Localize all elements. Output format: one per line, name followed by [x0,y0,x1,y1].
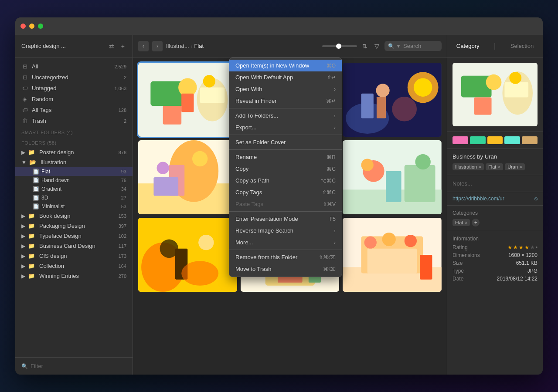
swatch-tan[interactable] [522,136,538,144]
ctx-paste-tags: Paste Tags ⇧⌘V [229,198,342,210]
untagged-label: Untagged [32,85,111,91]
sidebar-item-random[interactable]: ◈ Random [15,94,133,105]
tab-selection[interactable]: Selection [507,41,537,51]
sidebar-item-untagged[interactable]: 🏷 Untagged 1,063 [15,83,133,94]
folder-book-design[interactable]: ▶ 📁 Book design 153 [15,211,133,221]
tag-flat[interactable]: Flat × [486,163,503,170]
star-1: ★ [507,244,512,250]
sidebar-item-uncategorized[interactable]: ⊡ Uncategorized 2 [15,72,133,83]
swatch-green[interactable] [470,136,486,144]
subfolder-gradient[interactable]: 📄 Gradient 34 [15,185,133,193]
ctx-reverse-search[interactable]: Reverse Image Search › [229,225,342,237]
sidebar-add-icon[interactable]: + [119,42,126,51]
trash-count: 2 [124,118,126,124]
ctx-presentation[interactable]: Enter Presentation Mode F5 [229,213,342,225]
svg-rect-20 [361,94,374,118]
image-cell-4[interactable] [138,140,237,214]
sort-button[interactable]: ⇅ [361,41,369,51]
sidebar-item-trash[interactable]: 🗑 Trash 2 [15,115,133,126]
add-category-button[interactable]: + [472,219,480,226]
url-row: https://dribbble.com/ur ⎋ [447,192,543,206]
svg-rect-65 [367,249,417,274]
sidebar-header: Graphic design ... ⇄ + [15,35,133,57]
grid-icon: ⊞ [21,63,28,70]
notes-input[interactable] [453,180,538,187]
subfolder-handdrawn[interactable]: 📄 Hand drawn 76 [15,176,133,185]
slider-thumb[interactable] [336,44,341,49]
tag-icon: 🏷 [21,85,28,91]
ctx-folder-cover[interactable]: Set as Folder Cover [229,136,342,148]
ctx-add-folders[interactable]: Add To Folders... › [229,110,342,122]
image-cell-6[interactable] [343,140,442,214]
ctx-move-trash[interactable]: Move to Trash ⌘⌫ [229,263,342,275]
ctx-reveal-finder[interactable]: Reveal in Finder ⌘↵ [229,95,342,107]
sidebar-item-all[interactable]: ⊞ All 2,529 [15,61,133,72]
tag-uran[interactable]: Uran × [505,163,525,170]
ctx-more[interactable]: More... › [229,237,342,248]
folder-illustration[interactable]: ▼ 📂 Illustration [15,157,133,167]
search-input[interactable] [403,43,438,49]
cat-tag-flat-close[interactable]: × [465,220,467,225]
maximize-button[interactable] [38,24,43,29]
image-cell-7[interactable] [138,218,237,292]
ctx-open-default[interactable]: Open With Default App ⇧↵ [229,71,342,83]
swatch-teal[interactable] [504,136,520,144]
right-panel: Category | Selection [447,35,543,375]
folder-collection[interactable]: ▶ 📁 Collection 164 [15,261,133,271]
date-label: Date [453,276,463,282]
subfolder-count-flat: 93 [121,169,126,174]
external-link-icon[interactable]: ⎋ [534,196,538,202]
ctx-open-with[interactable]: Open With › [229,83,342,95]
cat-tag-flat[interactable]: Flat × [453,219,470,226]
ctx-move-trash-shortcut: ⌘⌫ [323,266,336,272]
image-cell-9[interactable] [343,218,442,292]
svg-point-23 [392,97,417,122]
subfolder-minimalist[interactable]: 📄 Minimalist 53 [15,202,133,211]
ctx-copy-path-shortcut: ⌥⌘C [320,178,336,184]
filter-button[interactable]: ▽ [373,41,381,51]
ctx-open-new-window[interactable]: Open Item(s) in New Window ⌘O [229,60,342,71]
image-cell-3[interactable] [343,63,442,137]
folder-label-coll: Collection [39,263,116,269]
ctx-export[interactable]: Export... › [229,122,342,133]
tag-illustration[interactable]: Illustration × [453,163,484,170]
subfolder-count-3d: 27 [121,195,126,200]
folder-packaging[interactable]: ▶ 📁 Packaging Design 397 [15,221,133,231]
ctx-rename[interactable]: Rename ⌘R [229,151,342,163]
close-button[interactable] [20,24,26,29]
tag-illustration-close[interactable]: × [479,165,481,169]
swatch-yellow[interactable] [487,136,503,144]
subfolder-flat[interactable]: 📄 Flat 93 [15,167,133,176]
size-label: Size [453,260,463,266]
sidebar-item-all-tags[interactable]: 🏷 All Tags 128 [15,105,133,115]
forward-button[interactable]: › [152,41,163,51]
folder-winning[interactable]: ▶ 📁 Winning Entries 270 [15,271,133,281]
filter-input[interactable] [31,363,126,369]
panel-tab-sep: | [494,42,496,50]
ctx-reverse-search-label: Reverse Image Search [235,227,330,234]
ctx-remove-folder[interactable]: Remove from this Folder ⇧⌘⌫ [229,251,342,263]
minimize-button[interactable] [29,24,34,29]
folder-expand-win: ▶ [21,273,25,279]
folder-count-poster: 878 [119,150,126,155]
image-cell-1[interactable] [138,63,237,137]
ctx-copy[interactable]: Copy ⌘C [229,163,342,175]
folder-expand-cis: ▶ [21,253,25,259]
svg-point-69 [486,74,502,90]
folder-typeface[interactable]: ▶ 📁 Typeface Design 102 [15,231,133,241]
back-button[interactable]: ‹ [138,41,149,51]
ctx-copy-path[interactable]: Copy as Path ⌥⌘C [229,175,342,186]
sidebar-switch-icon[interactable]: ⇄ [107,42,116,51]
swatch-pink[interactable] [453,136,468,144]
smart-folders-label: Smart Folders (4) [15,126,133,137]
tab-category[interactable]: Category [453,41,483,51]
subfolder-3d[interactable]: 📄 3D 27 [15,193,133,202]
tag-uran-close[interactable]: × [520,165,522,169]
ctx-more-label: More... [235,239,330,246]
folder-bizcard[interactable]: ▶ 📁 Business Card Design 117 [15,241,133,251]
folder-cis[interactable]: ▶ 📁 CIS design 173 [15,251,133,261]
tag-flat-close[interactable]: × [498,165,500,169]
folder-poster-design[interactable]: ▶ 📁 Poster design 878 [15,147,133,157]
folder-icon-poster: 📁 [28,149,35,155]
ctx-copy-tags[interactable]: Copy Tags ⇧⌘C [229,186,342,198]
